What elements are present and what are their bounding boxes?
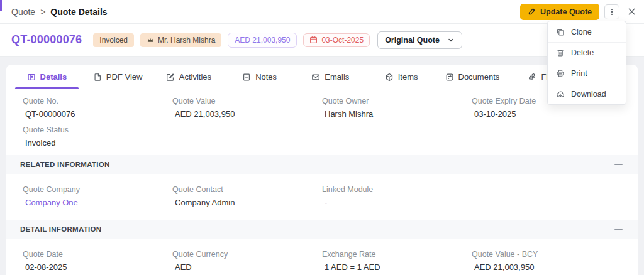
more-actions-button[interactable] bbox=[604, 4, 619, 19]
field-value: QT-00000076 bbox=[23, 109, 172, 119]
tab-details[interactable]: Details bbox=[11, 65, 82, 89]
field-quote-owner: Quote Owner Harsh Mishra bbox=[322, 97, 472, 119]
field-label: Quote Value - BCY bbox=[472, 250, 621, 259]
update-quote-button[interactable]: Update Quote bbox=[520, 4, 599, 20]
menu-item-label: Clone bbox=[571, 28, 592, 36]
actions-dropdown-menu: Clone Delete Print Download bbox=[547, 21, 626, 105]
tab-pdf-view[interactable]: PDF View bbox=[82, 65, 153, 89]
field-quote-company: Quote Company Company One bbox=[23, 185, 172, 207]
section-title: DETAIL INFORMATION bbox=[20, 225, 101, 233]
calendar-icon bbox=[309, 36, 318, 44]
download-icon bbox=[556, 90, 565, 99]
section-title: RELATED INFORMATION bbox=[20, 161, 110, 168]
close-icon bbox=[627, 7, 636, 16]
quote-version-select[interactable]: Original Quote bbox=[377, 31, 462, 49]
tab-items[interactable]: Items bbox=[366, 65, 437, 89]
edit-square-icon bbox=[166, 73, 175, 82]
quote-version-value: Original Quote bbox=[385, 36, 440, 45]
tab-emails[interactable]: Emails bbox=[295, 65, 366, 89]
drawer-edge-accent bbox=[0, 0, 2, 11]
field-value: Harsh Mishra bbox=[322, 109, 472, 119]
tab-label: Notes bbox=[255, 72, 277, 82]
tab-label: Documents bbox=[458, 72, 500, 82]
collapse-section-button[interactable] bbox=[613, 226, 624, 232]
field-label: Quote Company bbox=[23, 185, 172, 194]
menu-item-download[interactable]: Download bbox=[548, 84, 626, 104]
field-quote-contact: Quote Contact Company Admin bbox=[172, 185, 322, 207]
paperclip-icon bbox=[528, 73, 536, 82]
field-quote-value: Quote Value AED 21,003,950 bbox=[172, 97, 322, 119]
section-header-related-information: RELATED INFORMATION bbox=[6, 155, 638, 174]
top-bar: Quote > Quote Details Update Quote bbox=[0, 0, 644, 24]
kebab-icon bbox=[608, 8, 616, 16]
field-label: Quote Value bbox=[172, 97, 322, 105]
pdf-file-icon bbox=[93, 73, 102, 82]
field-value: Company Admin bbox=[172, 198, 322, 207]
field-value: AED 21,003,950 bbox=[472, 262, 621, 272]
pencil-icon bbox=[528, 8, 536, 16]
details-card: Details PDF View Activities Notes bbox=[6, 65, 638, 275]
crown-icon bbox=[147, 36, 154, 44]
menu-item-delete[interactable]: Delete bbox=[548, 42, 626, 63]
breadcrumb: Quote > Quote Details bbox=[11, 7, 108, 17]
tab-label: Details bbox=[40, 72, 67, 82]
tab-list: Details PDF View Activities Notes bbox=[11, 65, 579, 89]
menu-item-label: Print bbox=[571, 69, 587, 78]
field-value: AED bbox=[172, 262, 322, 272]
related-information-fields: Quote Company Company One Quote Contact … bbox=[6, 174, 638, 218]
tab-label: Emails bbox=[325, 72, 349, 82]
owner-badge: Mr. Harsh Mishra bbox=[140, 33, 221, 47]
menu-item-label: Delete bbox=[571, 48, 594, 57]
menu-item-label: Download bbox=[571, 90, 606, 99]
breadcrumb-parent[interactable]: Quote bbox=[11, 7, 35, 17]
field-label: Quote Currency bbox=[172, 250, 322, 259]
field-quote-value-bcy: Quote Value - BCY AED 21,003,950 bbox=[472, 250, 621, 272]
close-button[interactable] bbox=[627, 7, 636, 16]
field-value: Invoiced bbox=[23, 138, 172, 148]
owner-badge-label: Mr. Harsh Mishra bbox=[158, 36, 215, 45]
tab-label: Activities bbox=[179, 72, 211, 82]
menu-item-clone[interactable]: Clone bbox=[548, 21, 626, 42]
print-icon bbox=[556, 69, 565, 78]
envelope-icon bbox=[311, 73, 320, 82]
breadcrumb-current: Quote Details bbox=[50, 7, 107, 17]
clone-icon bbox=[556, 28, 565, 36]
field-label: Quote Contact bbox=[172, 185, 322, 194]
status-badge: Invoiced bbox=[93, 33, 134, 47]
field-exchange-rate: Exchange Rate 1 AED = 1 AED bbox=[322, 250, 472, 272]
field-label: Quote Date bbox=[23, 250, 172, 259]
document-transfer-icon bbox=[445, 73, 454, 82]
field-empty bbox=[472, 185, 621, 207]
tab-notes[interactable]: Notes bbox=[224, 65, 295, 89]
tab-label: PDF View bbox=[106, 72, 143, 82]
details-icon bbox=[27, 73, 36, 82]
tab-documents[interactable]: Documents bbox=[437, 65, 508, 89]
tab-activities[interactable]: Activities bbox=[153, 65, 225, 89]
tab-label: Items bbox=[398, 72, 418, 82]
minus-icon bbox=[614, 229, 623, 230]
detail-information-fields: Quote Date 02-08-2025 Quote Currency AED… bbox=[6, 239, 638, 275]
field-quote-status: Quote Status Invoiced bbox=[23, 126, 172, 148]
field-label: Quote Owner bbox=[322, 97, 472, 105]
field-value: 1 AED = 1 AED bbox=[322, 262, 472, 272]
collapse-section-button[interactable] bbox=[613, 161, 624, 168]
field-label: Quote Status bbox=[23, 126, 172, 134]
menu-item-print[interactable]: Print bbox=[548, 63, 626, 84]
expiry-date-badge: 03-Oct-2025 bbox=[303, 33, 370, 47]
field-quote-no: Quote No. QT-00000076 bbox=[23, 97, 172, 119]
overview-fields: Quote No. QT-00000076 Quote Value AED 21… bbox=[6, 89, 638, 154]
field-label: Linked Module bbox=[322, 185, 472, 194]
field-value: AED 21,003,950 bbox=[172, 109, 322, 119]
cube-icon bbox=[385, 73, 394, 82]
quote-company-link[interactable]: Company One bbox=[23, 198, 172, 207]
field-value: - bbox=[322, 198, 472, 207]
note-icon bbox=[242, 73, 251, 82]
field-value: 02-08-2025 bbox=[23, 262, 172, 272]
field-value: 03-10-2025 bbox=[472, 109, 621, 119]
field-label: Quote No. bbox=[23, 97, 172, 105]
field-label: Exchange Rate bbox=[322, 250, 472, 259]
field-linked-module: Linked Module - bbox=[322, 185, 472, 207]
chevron-down-icon bbox=[447, 36, 455, 44]
field-quote-date: Quote Date 02-08-2025 bbox=[23, 250, 172, 272]
minus-icon bbox=[614, 164, 623, 165]
